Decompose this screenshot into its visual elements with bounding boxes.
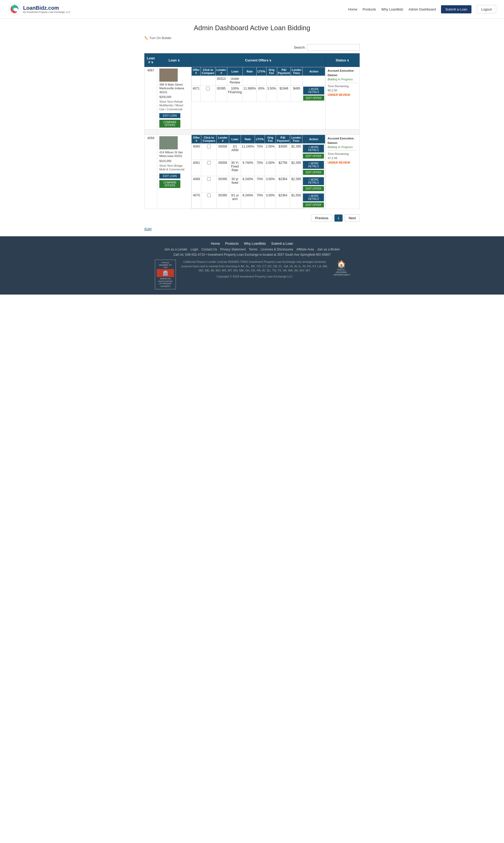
offer-pi-4060: $3095 [276,144,290,160]
loan-image-4067 [159,69,178,82]
offer-compare-4070[interactable] [201,193,217,209]
edit-loan-4059-button[interactable]: EDIT LOAN [159,174,180,179]
offer-loan-4060: 3/1 ARM [229,144,241,160]
compare-checkbox-4061[interactable] [207,161,211,165]
loan-address-4067: 389 N Main Street Martinsville,Indiana 4… [159,83,189,94]
next-button[interactable]: Next [345,214,360,222]
compare-checkbox-4071[interactable] [206,87,210,90]
offer-lender-fees-4070: $1,500 [290,193,302,209]
more-details-4071-button[interactable]: + MORE DETAILS [303,87,324,94]
offer-row-4061: 4061 00058 30 Yr Fixed Rate 9.740% 70% 2… [192,160,325,176]
footer-contact[interactable]: Contact Us [201,248,217,251]
edit-offer-4060-button[interactable]: EDIT OFFER [303,154,324,159]
offers-th-loan: Loan [227,67,242,76]
offer-num-4068: 4068 [192,176,201,193]
status-4067: Account Executive: Damon Bidding In Prog… [325,67,360,129]
logout-button[interactable]: Logout [477,5,496,14]
offer-row-00313: 00313 Under Review [192,76,325,86]
offers2-th-lender: Lender # [217,135,229,144]
offer-ltv-4068: 70% [255,176,265,193]
offer-lender-4071: 00395 [215,86,227,102]
offer-row-4060: 4060 00058 3/1 ARM 11.240% 70% 2.00% $30… [192,144,325,160]
offer-pi-4061: $2756 [276,160,290,176]
offer-compare-4061[interactable] [201,160,217,176]
status-4059: Account Executive: Damon Bidding In Prog… [325,135,360,209]
header: LoanBidz.com By Investment Property Loan… [0,0,504,19]
offer-lender-00313: 00313 [215,76,227,86]
previous-button[interactable]: Previous [311,214,332,222]
loan-address-4059: 414 Wilson St Van Meter,Iowa 50261 [159,150,189,158]
offer-num-4071: 4071 [192,86,201,102]
compare-checkbox-4060[interactable] [207,145,211,148]
compare-checkbox-4068[interactable] [207,177,211,181]
edit-offer-4068-button[interactable]: EDIT OFFER [303,186,324,191]
offer-action-4061: + MORE DETAILS EDIT OFFER [302,160,325,176]
nav-home[interactable]: Home [348,7,358,11]
offer-compare-4071[interactable] [201,86,216,102]
offer-action-4071: + MORE DETAILS EDIT OFFER [303,86,325,102]
edit-offer-4071-button[interactable]: EDIT OFFER [303,95,324,101]
aapl-proud-text: PROUD MEMBER OF THE [157,262,174,269]
time-remaining-4059: Time Remaining:47:2:49 [328,152,357,160]
offers2-th-loan: Loan [229,135,241,144]
offer-row-4071: 4071 00395 100% Financing 11.990% 65% 3.… [192,86,325,102]
aapl-name-text: AMERICAN ASSOCIATION OF PRIVATE LENDERS [157,277,174,287]
search-input[interactable] [307,44,360,51]
footer-affiliate[interactable]: Affiliate Area [296,248,314,251]
compare-checkbox-4070[interactable] [207,194,211,197]
builder-toggle-label: Turn On Builder [149,36,172,40]
offer-compare-4060[interactable] [201,144,217,160]
edit-anchor[interactable]: [Edit] [144,227,151,231]
nav-admin[interactable]: Admin Dashboard [409,7,436,11]
nav-why[interactable]: Why LoanBidz [381,7,403,11]
offers-th-click-compare: Click to Compare [201,67,216,76]
footer-privacy[interactable]: Privacy Statement [220,248,246,251]
acct-exec-4059: Account Executive: Damon [328,136,357,145]
builder-toggle[interactable]: ✏️ Turn On Builder [144,36,360,40]
submit-loan-button[interactable]: Submit a Loan [441,5,471,13]
offer-orig-fee-4061: 2.00% [265,160,276,176]
footer-nav-why[interactable]: Why LoanBidz [244,241,266,246]
more-details-4068-button[interactable]: + MORE DETAILS [303,177,324,185]
pagination: Previous 1 Next [144,214,360,222]
more-details-4060-button[interactable]: + MORE DETAILS [303,145,324,153]
edit-link[interactable]: [Edit] [144,227,360,231]
nav-products[interactable]: Products [362,7,376,11]
offers2-th-offer-num: Offer # [192,135,201,144]
offer-ltv-4060: 70% [255,144,265,160]
footer-licenses[interactable]: Licenses & Disclosures [261,248,293,251]
offer-orig-fee-4070: 3.00% [265,193,276,209]
footer-nav-home[interactable]: Home [211,241,220,246]
offer-lender-fees-4071: $495 [291,86,303,102]
loan-number-4059: 4059 [145,135,157,209]
acct-exec-4067: Account Executive: Damon [328,69,357,77]
current-page: 1 [335,215,343,221]
footer-nav-submit[interactable]: Submit a Loan [271,241,293,246]
offer-action-4060: + MORE DETAILS EDIT OFFER [302,144,325,160]
more-details-4070-button[interactable]: + MORE DETAILS [303,194,324,201]
offer-row-4070: 4070 00395 3/1 yr arm 8.240% 70% 3.00% $… [192,193,325,209]
edit-loan-4067-button[interactable]: EDIT LOAN [159,113,180,118]
footer-nav-products[interactable]: Products [225,241,239,246]
more-details-4061-button[interactable]: + MORE DETAILS [303,161,324,169]
th-status: Status ⇅ [325,54,360,67]
logo-area: LoanBidz.com By Investment Property Loan… [8,3,70,16]
edit-offer-4061-button[interactable]: EDIT OFFER [303,170,324,175]
edit-offer-4070-button[interactable]: EDIT OFFER [303,202,324,208]
compare-offers-4059-button[interactable]: COMPARE OFFERS [159,180,180,188]
bidding-status-4067: Bidding In Progress [328,77,357,82]
footer-terms[interactable]: Terms [249,248,257,251]
footer-login[interactable]: Login [191,248,198,251]
loan-type-4067: Short Term Rehab Multifamily / Mixed Use… [159,100,189,111]
offers-cell-4067: Offer # Click to Compare Lender # Loan R… [191,67,325,129]
loan-info-4067: 389 N Main Street Martinsville,Indiana 4… [157,67,191,129]
offer-num-4061: 4061 [192,160,201,176]
offers-th-rate: Rate [243,67,257,76]
offer-compare-4068[interactable] [201,176,217,193]
equal-housing-icon: 🏠 [334,259,349,268]
footer-join-lender[interactable]: Join as a Lender [164,248,187,251]
compare-offers-4067-button[interactable]: COMPARE OFFERS [159,120,180,128]
offer-ltv-4070: 70% [255,193,265,209]
footer-broker[interactable]: Join as a Broker [317,248,340,251]
search-label: Search: [294,46,306,49]
